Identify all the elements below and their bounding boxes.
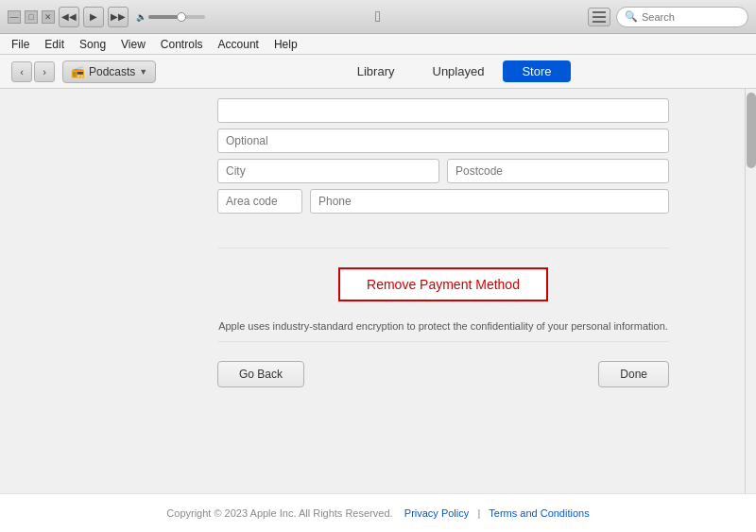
play-button[interactable]: ▶ (83, 7, 104, 27)
menu-file[interactable]: File (4, 36, 37, 53)
apple-logo:  (375, 9, 381, 26)
tab-library[interactable]: Library (338, 60, 414, 82)
scrollbar-thumb[interactable] (747, 93, 756, 168)
titlebar-left: — □ ✕ ◀◀ ▶ ▶▶ 🔈 (0, 7, 216, 27)
minimize-button[interactable]: — (8, 10, 21, 24)
menu-edit[interactable]: Edit (37, 36, 72, 53)
privacy-note: Apple uses industry-standard encryption … (0, 320, 745, 332)
list-view-button[interactable] (588, 8, 610, 26)
footer: Copyright © 2023 Apple Inc. All Rights R… (0, 493, 756, 532)
search-icon: 🔍 (625, 10, 638, 23)
postcode-input[interactable] (447, 159, 669, 183)
divider-top (217, 248, 669, 249)
volume-track[interactable] (148, 15, 205, 19)
tab-unplayed[interactable]: Unplayed (414, 60, 504, 82)
remove-payment-method-button[interactable]: Remove Payment Method (338, 267, 548, 301)
content-area: Remove Payment Method Apple uses industr… (0, 89, 745, 493)
form-row-phone (217, 189, 669, 214)
form-row-topmost (217, 98, 669, 123)
volume-knob[interactable] (177, 12, 186, 22)
divider-bottom (217, 341, 669, 342)
footer-terms[interactable]: Terms and Conditions (489, 507, 589, 519)
menu-view[interactable]: View (113, 36, 153, 53)
done-button[interactable]: Done (598, 361, 669, 387)
svg-rect-2 (593, 21, 606, 23)
forward-arrow[interactable]: › (34, 61, 55, 82)
menubar: File Edit Song View Controls Account Hel… (0, 34, 756, 55)
toolbar: ‹ › 📻 Podcasts ▼ Library Unplayed Store (0, 55, 756, 89)
menu-help[interactable]: Help (266, 36, 305, 53)
volume-icon: 🔈 (136, 12, 146, 22)
content-wrapper: Remove Payment Method Apple uses industr… (0, 89, 756, 493)
back-arrow[interactable]: ‹ (11, 61, 32, 82)
footer-privacy-policy[interactable]: Privacy Policy (404, 507, 469, 519)
maximize-button[interactable]: □ (25, 10, 38, 24)
tab-store[interactable]: Store (503, 60, 570, 82)
go-back-button[interactable]: Go Back (217, 361, 304, 387)
volume-slider[interactable]: 🔈 (132, 12, 209, 22)
optional-input[interactable] (217, 129, 669, 153)
window-buttons: — □ ✕ (8, 10, 55, 24)
menu-controls[interactable]: Controls (153, 36, 211, 53)
svg-rect-1 (593, 16, 606, 18)
prev-track-button[interactable]: ◀◀ (59, 7, 79, 27)
search-box[interactable]: 🔍 (616, 7, 748, 27)
next-track-button[interactable]: ▶▶ (108, 7, 129, 27)
close-button[interactable]: ✕ (42, 10, 55, 24)
remove-btn-container: Remove Payment Method (0, 267, 745, 301)
area-code-input[interactable] (217, 189, 302, 214)
bottom-buttons: Go Back Done (0, 352, 745, 397)
city-input[interactable] (217, 159, 439, 183)
podcast-label: Podcasts (89, 65, 135, 78)
form-row-optional (217, 129, 669, 153)
form-section (0, 89, 745, 229)
search-input[interactable] (642, 11, 740, 23)
svg-rect-0 (593, 11, 606, 13)
phone-input[interactable] (310, 189, 669, 214)
footer-copyright: Copyright © 2023 Apple Inc. All Rights R… (166, 507, 392, 519)
podcast-selector[interactable]: 📻 Podcasts ▼ (62, 60, 156, 83)
podcast-icon: 📻 (71, 65, 85, 78)
menu-account[interactable]: Account (211, 36, 266, 53)
titlebar-right: 🔍 (588, 7, 756, 27)
menu-song[interactable]: Song (72, 36, 113, 53)
titlebar: — □ ✕ ◀◀ ▶ ▶▶ 🔈  (0, 0, 756, 34)
scrollbar-track[interactable] (745, 89, 756, 493)
top-input[interactable] (217, 98, 669, 123)
volume-fill (148, 15, 180, 19)
nav-arrows: ‹ › (11, 61, 55, 82)
footer-separator: | (477, 507, 480, 519)
podcast-dropdown-icon: ▼ (139, 67, 147, 77)
form-row-city-post (217, 159, 669, 183)
tab-bar: Library Unplayed Store (338, 60, 571, 82)
